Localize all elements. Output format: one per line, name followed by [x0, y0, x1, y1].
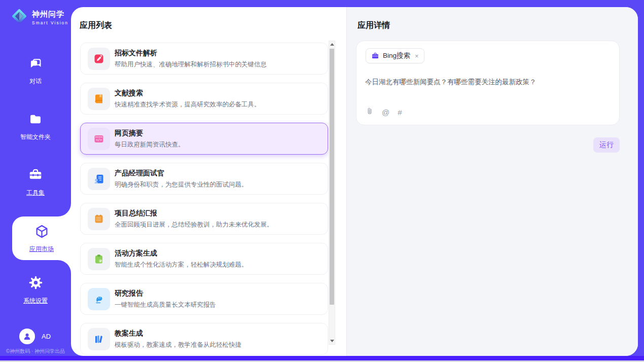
- app-desc: 快速精准查找学术资源，提高研究效率的必备工具。: [115, 100, 261, 109]
- sidebar-item-label: 工具集: [26, 189, 45, 197]
- briefcase-icon: [371, 52, 379, 60]
- lesson-plan-icon: [88, 328, 110, 350]
- pm-interviewer-icon: [88, 168, 110, 190]
- input-toolbar: @ #: [366, 106, 402, 118]
- research-report-icon: [88, 288, 110, 310]
- app-name: 项目总结汇报: [115, 209, 273, 218]
- run-button[interactable]: 运行: [593, 137, 620, 153]
- sidebar-item-label: 应用市场: [29, 245, 54, 254]
- scrollbar-thumb[interactable]: [330, 49, 334, 305]
- sidebar-item-label: 智能文件夹: [20, 133, 51, 141]
- list-item-literature-search[interactable]: 文献搜索 快速精准查找学术资源，提高研究效率的必备工具。: [80, 83, 328, 115]
- triangle-up-icon: [330, 43, 334, 46]
- list-scrollbar[interactable]: [329, 41, 335, 345]
- prompt-input[interactable]: 今日湖北有哪些新闻要点？有哪些需要关注的最新政策？: [365, 77, 609, 87]
- gear-icon: [28, 275, 43, 292]
- main-panel: 应用列表 应用详情 招标文件解析 帮助用户快速、准确地理解和解析招标书中的关键信…: [71, 7, 638, 356]
- tool-chip-bing-search[interactable]: Bing搜索 ×: [366, 48, 424, 63]
- bottom-accent-bar: [0, 356, 644, 360]
- hashtag-icon[interactable]: #: [398, 108, 402, 117]
- scroll-down-button[interactable]: [329, 338, 335, 344]
- app-desc: 全面回顾项目进展，总结经验教训，助力未来优化发展。: [115, 221, 273, 229]
- app-name: 教案生成: [115, 329, 241, 338]
- prompt-card: Bing搜索 × 今日湖北有哪些新闻要点？有哪些需要关注的最新政策？ @ #: [356, 41, 620, 125]
- user-initials: AD: [42, 333, 51, 340]
- chat-icon: [29, 57, 43, 73]
- sidebar: 神州问学 Smart Vision 对话 智能文件夹: [0, 0, 71, 356]
- toolbox-icon: [28, 167, 43, 184]
- folder-icon: [28, 112, 43, 128]
- avatar: [19, 329, 35, 344]
- list-item-research-report[interactable]: 研究报告 一键智能生成高质量长文本研究报告: [80, 283, 328, 315]
- attach-file-icon[interactable]: [366, 106, 374, 118]
- web-summary-icon: </>: [88, 128, 110, 150]
- bid-parse-icon: [88, 48, 110, 70]
- sidebar-item-app-market[interactable]: 应用市场: [12, 216, 71, 260]
- sidebar-footer: ©神州数码 · 神州问学出品: [0, 348, 71, 355]
- app-desc: 模板驱动，教案速成，教学准备从此轻松快捷: [115, 341, 241, 349]
- app-list: 招标文件解析 帮助用户快速、准确地理解和解析招标书中的关键信息 文献搜索 快速精…: [80, 43, 328, 355]
- project-summary-icon: [88, 208, 110, 230]
- person-icon: [22, 332, 32, 341]
- brand-subtitle: Smart Vision: [32, 20, 68, 25]
- list-item-lesson-plan[interactable]: 教案生成 模板驱动，教案速成，教学准备从此轻松快捷: [80, 323, 328, 355]
- app-desc: 每日政府新闻资讯快查。: [115, 140, 185, 149]
- app-name: 网页摘要: [115, 129, 185, 138]
- app-name: 活动方案生成: [115, 249, 248, 258]
- app-name: 文献搜索: [115, 89, 261, 98]
- sidebar-item-label: 系统设置: [23, 297, 48, 305]
- list-item-web-summary[interactable]: </> 网页摘要 每日政府新闻资讯快查。: [80, 123, 328, 155]
- activity-plan-icon: [88, 248, 110, 270]
- app-name: 研究报告: [115, 289, 216, 298]
- mention-icon[interactable]: @: [382, 108, 389, 117]
- app-desc: 智能生成个性化活动方案，轻松解决规划难题。: [115, 261, 248, 269]
- app-window: 神州问学 Smart Vision 对话 智能文件夹: [0, 0, 644, 356]
- chip-close-icon[interactable]: ×: [415, 53, 419, 59]
- app-name: 产品经理面试官: [115, 169, 248, 178]
- triangle-down-icon: [330, 340, 334, 342]
- app-name: 招标文件解析: [115, 49, 267, 58]
- list-item-bid-parse[interactable]: 招标文件解析 帮助用户快速、准确地理解和解析招标书中的关键信息: [80, 43, 328, 75]
- list-item-activity-plan[interactable]: 活动方案生成 智能生成个性化活动方案，轻松解决规划难题。: [80, 243, 328, 275]
- literature-search-icon: [88, 88, 110, 110]
- sidebar-item-chat[interactable]: 对话: [0, 57, 71, 86]
- brand-name: 神州问学: [32, 10, 68, 19]
- app-desc: 一键智能生成高质量长文本研究报告: [115, 301, 216, 309]
- sidebar-item-toolset[interactable]: 工具集: [0, 167, 71, 197]
- user-account[interactable]: AD: [19, 329, 51, 344]
- list-item-pm-interviewer[interactable]: 产品经理面试官 明确身份和职责，为您提供专业性的面试问题。: [80, 163, 328, 195]
- brand-logo-icon: [10, 7, 28, 27]
- svg-text:</>: </>: [96, 138, 102, 142]
- app-desc: 明确身份和职责，为您提供专业性的面试问题。: [115, 180, 248, 189]
- bubble-fillet-top: [58, 203, 71, 216]
- sidebar-item-label: 对话: [29, 77, 42, 86]
- bubble-fillet-bottom: [58, 260, 71, 273]
- brand: 神州问学 Smart Vision: [10, 7, 68, 27]
- app-desc: 帮助用户快速、准确地理解和解析招标书中的关键信息: [115, 60, 267, 69]
- sidebar-item-settings[interactable]: 系统设置: [0, 275, 71, 305]
- tool-chip-label: Bing搜索: [383, 51, 410, 60]
- app-detail-title: 应用详情: [357, 20, 390, 31]
- cube-icon: [34, 224, 50, 241]
- app-list-title: 应用列表: [80, 20, 112, 31]
- sidebar-item-smart-folder[interactable]: 智能文件夹: [0, 112, 71, 141]
- scroll-up-button[interactable]: [329, 41, 335, 48]
- list-item-project-summary[interactable]: 项目总结汇报 全面回顾项目进展，总结经验教训，助力未来优化发展。: [80, 203, 328, 235]
